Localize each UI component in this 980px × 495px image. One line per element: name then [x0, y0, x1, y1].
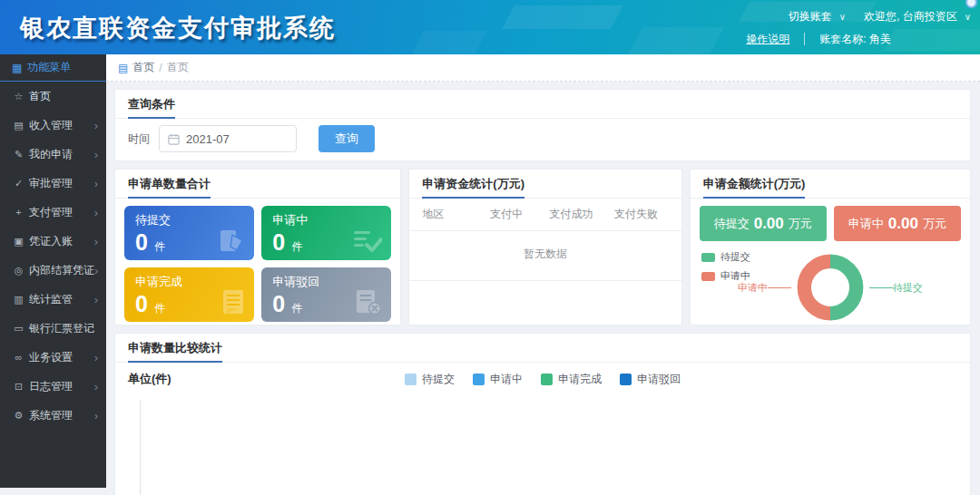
legend-item-rejected[interactable]: 申请驳回	[620, 372, 681, 387]
breadcrumb-home-link[interactable]: 首页	[132, 60, 154, 75]
stat-value: 0	[272, 291, 285, 316]
count-summary-title: 申请单数量合计	[128, 176, 211, 199]
chevron-down-icon[interactable]: ∨	[965, 12, 971, 22]
donut-chart-area: 待提交 申请中 申请中	[700, 248, 961, 327]
table-header-row: 地区 支付中 支付成功 支付失败	[409, 199, 681, 231]
gear-icon: ⚙	[12, 410, 25, 422]
chevron-right-icon: ›	[94, 120, 98, 131]
switch-account-button[interactable]: 切换账套	[789, 9, 832, 24]
legend-swatch	[473, 374, 485, 385]
stat-value: 0	[272, 229, 285, 255]
sidebar-item-income[interactable]: ▤ 收入管理 ›	[0, 111, 106, 140]
donut-right-label: 待提交	[893, 281, 923, 295]
document-edit-icon	[218, 227, 245, 254]
welcome-user-menu[interactable]: 欢迎您, 台商投资区	[864, 9, 957, 24]
operation-guide-link[interactable]: 操作说明	[746, 32, 789, 47]
main-area: ▤ 首页 / 首页 查询条件 时间 2021-07	[106, 54, 980, 495]
sidebar-item-home[interactable]: ☆ 首页	[0, 82, 106, 111]
card-icon: ▭	[12, 323, 25, 335]
breadcrumb: ▤ 首页 / 首页	[106, 54, 980, 82]
amount-stats-title: 申请金额统计(万元)	[703, 176, 806, 199]
donut-chart	[793, 250, 867, 325]
chevron-down-icon[interactable]: ∨	[839, 12, 846, 22]
legend-item-in-progress[interactable]: 申请中	[701, 269, 750, 283]
amount-stats-panel: 申请金额统计(万元) 待提交 0.00 万元 申请中 0.00 万元	[690, 169, 971, 325]
pencil-icon: ✎	[12, 149, 25, 160]
document-icon	[221, 288, 245, 315]
sidebar-item-system-management[interactable]: ⚙ 系统管理 ›	[0, 401, 106, 430]
document-icon: ▤	[118, 62, 128, 74]
amount-pending-button[interactable]: 待提交 0.00 万元	[700, 206, 827, 241]
legend-swatch	[541, 374, 553, 385]
donut-segment-pending[interactable]	[830, 261, 857, 313]
sidebar-item-payment[interactable]: + 支付管理 ›	[0, 198, 106, 227]
amount-value: 0.00	[754, 215, 784, 233]
stat-value: 0	[135, 291, 148, 316]
sidebar-item-business-settings[interactable]: ∞ 业务设置 ›	[0, 343, 106, 372]
chevron-right-icon: ›	[94, 178, 98, 189]
amount-in-progress-button[interactable]: 申请中 0.00 万元	[834, 206, 961, 241]
column-header: 地区	[422, 207, 474, 222]
legend-swatch	[405, 374, 416, 385]
stat-card-rejected[interactable]: 申请驳回 0 件	[261, 267, 391, 322]
chevron-right-icon: ›	[94, 207, 98, 218]
chevron-right-icon: ›	[94, 352, 98, 364]
query-panel-title: 查询条件	[128, 96, 175, 119]
chart-legend: 待提交 申请中 申请完成 申请驳回	[115, 372, 970, 387]
chevron-right-icon: ›	[94, 294, 98, 306]
chevron-right-icon: ›	[94, 410, 98, 422]
query-panel: 查询条件 时间 2021-07 查询	[114, 89, 971, 161]
column-header: 支付失败	[603, 207, 668, 222]
sidebar-item-approval[interactable]: ✓ 审批管理 ›	[0, 169, 106, 198]
sidebar-item-internal-settlement[interactable]: ◎ 内部结算凭证 ›	[0, 256, 106, 285]
chevron-right-icon: ›	[94, 149, 98, 160]
legend-item-completed[interactable]: 申请完成	[541, 372, 602, 387]
grid-icon: ▦	[12, 62, 22, 74]
breadcrumb-current: 首页	[167, 60, 189, 75]
sidebar-item-my-applications[interactable]: ✎ 我的申请 ›	[0, 140, 106, 169]
legend-item-in-progress[interactable]: 申请中	[473, 372, 523, 387]
sidebar-menu-title[interactable]: ▦ 功能菜单	[0, 54, 106, 82]
app-title: 银农直联资金支付审批系统	[20, 12, 336, 44]
month-picker-input[interactable]: 2021-07	[159, 125, 297, 152]
stat-card-in-progress[interactable]: 申请中 0 件	[261, 206, 391, 260]
legend-swatch	[701, 253, 715, 262]
list-check-icon	[353, 228, 382, 254]
amount-value: 0.00	[888, 215, 918, 233]
legend-item-pending-submit[interactable]: 待提交	[405, 372, 455, 387]
donut-right-line	[869, 287, 893, 288]
count-summary-panel: 申请单数量合计 待提交 0 件	[114, 169, 401, 325]
compare-chart-title: 申请数量比较统计	[128, 340, 222, 363]
donut-segment-in-progress[interactable]	[804, 261, 830, 313]
edit-square-icon: ⊡	[12, 381, 25, 393]
month-picker-value: 2021-07	[186, 132, 230, 146]
sidebar-item-bank-draft[interactable]: ▭ 银行汇票登记	[0, 314, 106, 343]
chevron-right-icon: ›	[94, 265, 98, 277]
sidebar-item-log-management[interactable]: ⊡ 日志管理 ›	[0, 372, 106, 401]
stat-card-completed[interactable]: 申请完成 0 件	[124, 267, 254, 322]
home-star-icon: ☆	[12, 91, 25, 102]
time-label: 时间	[128, 131, 150, 147]
chevron-right-icon: ›	[94, 381, 98, 393]
briefcase-icon: ▣	[12, 236, 25, 248]
table-empty-state: 暂无数据	[409, 231, 681, 281]
notification-dot-icon[interactable]	[965, 0, 977, 8]
search-button[interactable]: 查询	[318, 125, 375, 152]
stat-card-pending-submit[interactable]: 待提交 0 件	[124, 206, 254, 260]
chevron-right-icon: ›	[94, 236, 98, 248]
header-decor-shape	[628, 27, 724, 54]
sidebar-item-voucher-entry[interactable]: ▣ 凭证入账 ›	[0, 227, 106, 256]
document-icon: ▤	[12, 120, 25, 131]
compare-chart-panel: 申请数量比较统计 单位(件) 待提交 申请中 申请完成	[114, 333, 971, 495]
sidebar-item-statistics[interactable]: ▥ 统计监管 ›	[0, 285, 106, 314]
plus-icon: +	[12, 207, 25, 218]
column-header: 支付成功	[539, 207, 603, 222]
breadcrumb-separator: /	[159, 62, 162, 74]
calendar-icon	[168, 133, 180, 145]
donut-left-line	[768, 287, 791, 288]
legend-item-pending[interactable]: 待提交	[701, 250, 750, 264]
app-header: 银农直联资金支付审批系统 切换账套 ∨ 欢迎您, 台商投资区 ∨ 操作说明 账套…	[0, 0, 980, 54]
bar-chart-plot-area	[140, 400, 957, 495]
header-decor-shape	[411, 31, 487, 54]
disc-icon: ◎	[12, 265, 25, 277]
